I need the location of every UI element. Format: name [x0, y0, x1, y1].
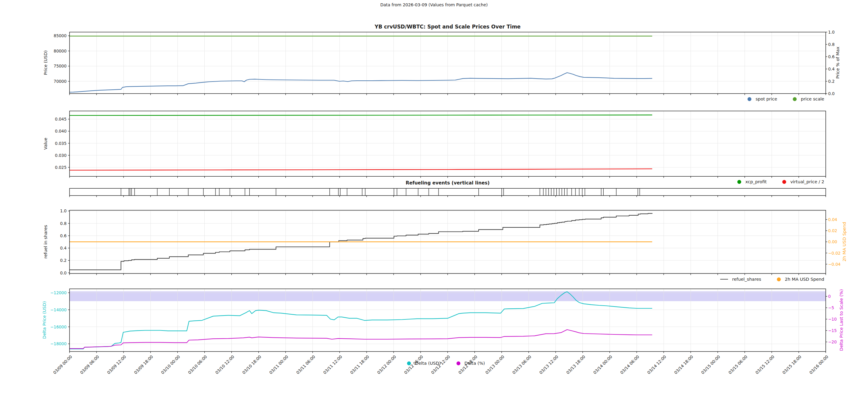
- legend-label: refuel_shares: [732, 277, 761, 282]
- y-tick-label: 0.045: [55, 116, 66, 122]
- right-y-tick-label: 0.6: [828, 54, 834, 59]
- chart5-ylabel: Delta Price (USD): [42, 301, 47, 339]
- y-tick-label: −18000: [50, 341, 66, 347]
- legend-dot-marker: [793, 97, 797, 101]
- x-tick-label: 03/14 18:00: [673, 354, 694, 375]
- chart5-delta-plot: [69, 289, 826, 352]
- x-tick-label: 03/11 00:00: [268, 354, 289, 375]
- x-tick-label: 03/10 06:00: [187, 354, 208, 375]
- right-y-tick-label: −5: [828, 305, 834, 311]
- legend-label: virtual_price / 2: [790, 179, 824, 184]
- right-y-tick-label: −0.02: [828, 250, 840, 256]
- y-tick-label: 0.0: [60, 270, 66, 276]
- right-y-tick-label: 1.0: [828, 29, 834, 35]
- x-tick-label: 03/14 00:00: [592, 354, 613, 375]
- chart4-legend: refuel_shares2h MA USD Spend: [720, 277, 824, 282]
- x-tick-label: 03/16 00:00: [808, 354, 829, 375]
- x-tick-label: 03/12 00:00: [376, 354, 397, 375]
- chart3-title: Refueling events (vertical lines): [69, 180, 826, 186]
- chart4-ylabel: refuel in shares: [43, 225, 48, 259]
- x-tick-label: 03/09 12:00: [106, 354, 127, 375]
- right-y-tick-label: −10: [828, 317, 837, 322]
- chart1-title: YB crvUSD/WBTC: Spot and Scale Prices Ov…: [69, 24, 826, 30]
- x-tick-label: 03/15 06:00: [727, 354, 748, 375]
- right-y-tick-label: −0.04: [828, 262, 840, 267]
- chart2-legend: xcp_profitvirtual_price / 2: [737, 179, 824, 184]
- legend-item: virtual_price / 2: [782, 179, 824, 184]
- y-tick-label: 0.2: [60, 258, 66, 263]
- legend-dot-marker: [457, 361, 460, 365]
- y-tick-label: 1.0: [60, 208, 66, 213]
- legend-item: 2h MA USD Spend: [777, 277, 824, 282]
- chart5-right-ylabel: Delta Price Last to Scale (%): [839, 289, 844, 351]
- chart3-refuel-events-strip: [69, 188, 826, 196]
- x-tick-label: 03/11 18:00: [349, 354, 370, 375]
- right-y-tick-label: 0.0: [828, 91, 834, 96]
- x-tick-label: 03/14 06:00: [619, 354, 640, 375]
- x-tick-label: 03/13 18:00: [565, 354, 586, 375]
- chart2-value-plot: [69, 111, 826, 176]
- legend-dot-marker: [782, 180, 786, 184]
- right-y-tick-label: 0: [828, 294, 831, 299]
- right-y-tick-label: 0.02: [828, 228, 837, 233]
- chart4-refuel-shares-plot: [69, 210, 826, 273]
- legend-line-marker: [720, 279, 728, 280]
- y-tick-label: −12000: [50, 290, 66, 295]
- legend-label: price scale: [801, 96, 824, 101]
- y-tick-label: 70000: [54, 79, 66, 84]
- y-tick-label: 75000: [54, 63, 66, 69]
- right-y-tick-label: 0.4: [828, 66, 834, 72]
- right-y-tick-label: −20: [828, 339, 837, 345]
- legend-item: xcp_profit: [737, 179, 767, 184]
- legend-dot-marker: [737, 180, 741, 184]
- x-tick-label: 03/09 06:00: [79, 354, 100, 375]
- y-tick-label: 0.030: [55, 153, 66, 158]
- y-tick-label: 80000: [54, 48, 66, 54]
- x-tick-label: 03/09 18:00: [133, 354, 154, 375]
- x-tick-label: 03/15 00:00: [701, 354, 721, 375]
- chart1-legend: spot priceprice scale: [747, 96, 824, 101]
- legend-item: spot price: [747, 96, 777, 101]
- legend-dot-marker: [777, 277, 781, 281]
- x-tick-label: 03/14 12:00: [646, 354, 667, 375]
- y-tick-label: 0.040: [55, 128, 66, 134]
- x-tick-label: 03/15 18:00: [781, 354, 802, 375]
- y-tick-label: 0.025: [55, 165, 66, 170]
- x-tick-label: 03/11 12:00: [322, 354, 343, 375]
- right-y-tick-label: 0.2: [828, 79, 834, 84]
- legend-label: xcp_profit: [745, 179, 767, 184]
- x-tick-label: 03/11 06:00: [295, 354, 316, 375]
- x-tick-label: 03/09 00:00: [52, 354, 73, 375]
- x-tick-label: 03/13 00:00: [484, 354, 505, 375]
- y-tick-label: 0.8: [60, 221, 66, 226]
- y-tick-label: 0.035: [55, 141, 66, 146]
- chart1-prices-plot: [69, 32, 826, 94]
- chart2-ylabel: Value: [43, 138, 48, 150]
- legend-item: refuel_shares: [720, 277, 761, 282]
- right-y-tick-label: −15: [828, 328, 837, 333]
- x-tick-label: 03/10 12:00: [214, 354, 235, 375]
- figure: Data from 2026-03-09 (Values from Parque…: [0, 0, 868, 413]
- chart1-ylabel: Price (USD): [43, 50, 48, 75]
- x-tick-label: 03/15 12:00: [754, 354, 775, 375]
- x-tick-label: 03/13 06:00: [511, 354, 532, 375]
- chart4-right-ylabel: 2h MA USD Spend: [842, 222, 847, 261]
- legend-label: spot price: [755, 96, 777, 101]
- y-tick-label: −14000: [50, 307, 66, 313]
- y-tick-label: 0.4: [60, 245, 66, 251]
- x-tick-label: 03/10 00:00: [160, 354, 181, 375]
- legend-dot-marker: [747, 97, 751, 101]
- right-y-tick-label: 0.8: [828, 42, 834, 47]
- x-tick-label: 03/10 18:00: [241, 354, 262, 375]
- y-tick-label: 0.6: [60, 233, 66, 238]
- x-tick-label: 03/13 12:00: [538, 354, 559, 375]
- right-y-tick-label: 0.00: [828, 239, 837, 244]
- right-y-tick-label: 0.04: [828, 217, 837, 222]
- chart1-right-ylabel: Price % of Max: [835, 47, 840, 79]
- y-tick-label: 85000: [54, 33, 66, 38]
- figure-suptitle: Data from 2026-03-09 (Values from Parque…: [0, 2, 868, 7]
- legend-item: price scale: [793, 96, 824, 101]
- legend-label: 2h MA USD Spend: [785, 277, 824, 282]
- y-tick-label: −16000: [50, 324, 66, 330]
